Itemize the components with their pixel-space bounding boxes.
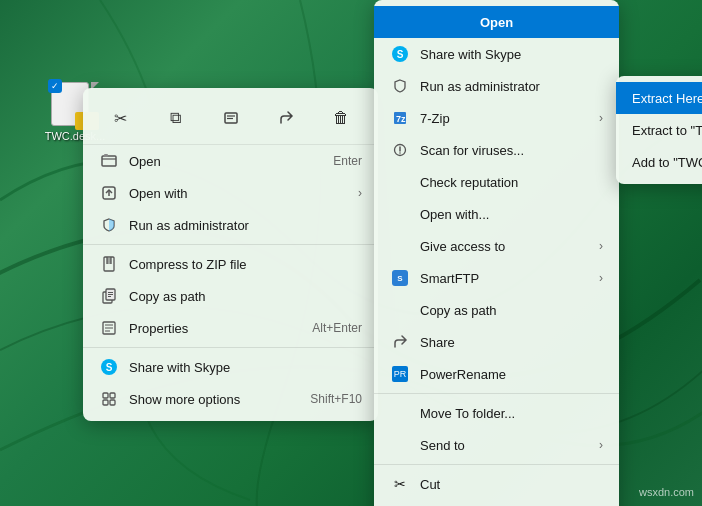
menu-item-add-zip[interactable]: Add to "TWC.zip" bbox=[616, 146, 702, 178]
open-with-label: Open with bbox=[129, 186, 358, 201]
menu-item-give-access[interactable]: Give access to › bbox=[374, 230, 619, 262]
context-menu-main: ✂ ⧉ 🗑 Open Enter bbox=[83, 88, 378, 421]
menu-item-open-with[interactable]: Open with › bbox=[83, 177, 378, 209]
menu-item-ext-share-skype[interactable]: S Share with Skype bbox=[374, 38, 619, 70]
ext-run-admin-label: Run as administrator bbox=[420, 79, 603, 94]
menu-item-ext-share[interactable]: Share bbox=[374, 326, 619, 358]
skype-icon: S bbox=[99, 357, 119, 377]
svg-rect-23 bbox=[110, 393, 115, 398]
quick-cut-button[interactable]: ✂ bbox=[103, 100, 139, 136]
menu-item-more-options[interactable]: Show more options Shift+F10 bbox=[83, 383, 378, 415]
menu-item-ext-copy[interactable]: ⧉ Copy bbox=[374, 500, 619, 506]
svg-rect-4 bbox=[104, 154, 108, 157]
smartftp-label: SmartFTP bbox=[420, 271, 599, 286]
zip-icon bbox=[99, 254, 119, 274]
svg-rect-22 bbox=[103, 393, 108, 398]
ext-cut-label: Cut bbox=[420, 477, 603, 492]
ext-shield-icon bbox=[390, 76, 410, 96]
add-zip-label: Add to "TWC.zip" bbox=[632, 155, 702, 170]
menu-item-ext-copy-path[interactable]: Copy as path bbox=[374, 294, 619, 326]
move-folder-icon bbox=[390, 403, 410, 423]
check-rep-label: Check reputation bbox=[420, 175, 603, 190]
scan-label: Scan for viruses... bbox=[420, 143, 603, 158]
menu-item-move-folder[interactable]: Move To folder... bbox=[374, 397, 619, 429]
give-access-arrow: › bbox=[599, 239, 603, 253]
svg-rect-25 bbox=[110, 400, 115, 405]
menu-item-ext-open-with[interactable]: Open with... bbox=[374, 198, 619, 230]
ext-share-skype-label: Share with Skype bbox=[420, 47, 603, 62]
ext-open-with-icon bbox=[390, 204, 410, 224]
extract-twc-label: Extract to "TWC\" bbox=[632, 123, 702, 138]
menu-item-run-admin[interactable]: Run as administrator bbox=[83, 209, 378, 241]
menu-item-send-to[interactable]: Send to › bbox=[374, 429, 619, 461]
ext-skype-icon: S bbox=[390, 44, 410, 64]
context-menu-7zip: Extract Here Extract to "TWC\" Add to "T… bbox=[616, 76, 702, 184]
ext-open-with-label: Open with... bbox=[420, 207, 603, 222]
ext-separator-2 bbox=[374, 464, 619, 465]
properties-shortcut: Alt+Enter bbox=[312, 321, 362, 335]
send-to-icon bbox=[390, 435, 410, 455]
menu-item-open[interactable]: Open Enter bbox=[83, 145, 378, 177]
menu-item-smartftp[interactable]: S SmartFTP › bbox=[374, 262, 619, 294]
powerrename-icon: PR bbox=[390, 364, 410, 384]
quick-actions-bar: ✂ ⧉ 🗑 bbox=[83, 94, 378, 145]
open-shortcut: Enter bbox=[333, 154, 362, 168]
svg-rect-3 bbox=[102, 156, 116, 166]
give-access-label: Give access to bbox=[420, 239, 599, 254]
send-to-arrow: › bbox=[599, 438, 603, 452]
menu-item-ext-cut[interactable]: ✂ Cut bbox=[374, 468, 619, 500]
more-options-label: Show more options bbox=[129, 392, 300, 407]
svg-rect-24 bbox=[103, 400, 108, 405]
7zip-arrow: › bbox=[599, 111, 603, 125]
smartftp-icon: S bbox=[390, 268, 410, 288]
ext-copy-path-icon bbox=[390, 300, 410, 320]
open-with-arrow: › bbox=[358, 186, 362, 200]
7zip-label: 7-Zip bbox=[420, 111, 599, 126]
ext-share-label: Share bbox=[420, 335, 603, 350]
menu-item-ext-run-admin[interactable]: Run as administrator bbox=[374, 70, 619, 102]
menu-item-extract-here[interactable]: Extract Here bbox=[616, 82, 702, 114]
menu-item-compress[interactable]: Compress to ZIP file bbox=[83, 248, 378, 280]
menu-item-share-skype[interactable]: S Share with Skype bbox=[83, 351, 378, 383]
more-options-icon bbox=[99, 389, 119, 409]
smartftp-arrow: › bbox=[599, 271, 603, 285]
share-skype-label: Share with Skype bbox=[129, 360, 362, 375]
menu-item-7zip[interactable]: 7z 7-Zip › bbox=[374, 102, 619, 134]
separator-2 bbox=[83, 347, 378, 348]
watermark: wsxdn.com bbox=[639, 486, 694, 498]
send-to-label: Send to bbox=[420, 438, 599, 453]
svg-text:7z: 7z bbox=[396, 114, 406, 124]
copy-path-icon bbox=[99, 286, 119, 306]
quick-share-button[interactable] bbox=[268, 100, 304, 136]
quick-copy-button[interactable]: ⧉ bbox=[158, 100, 194, 136]
ext-cut-icon: ✂ bbox=[390, 474, 410, 494]
open-label: Open bbox=[129, 154, 323, 169]
run-admin-label: Run as administrator bbox=[129, 218, 362, 233]
extract-here-label: Extract Here bbox=[632, 91, 702, 106]
properties-icon bbox=[99, 318, 119, 338]
ext-separator-1 bbox=[374, 393, 619, 394]
quick-path-button[interactable] bbox=[213, 100, 249, 136]
move-folder-label: Move To folder... bbox=[420, 406, 603, 421]
svg-point-29 bbox=[399, 152, 401, 154]
check-rep-icon bbox=[390, 172, 410, 192]
open-header-label: Open bbox=[390, 15, 603, 30]
menu-item-scan[interactable]: Scan for viruses... bbox=[374, 134, 619, 166]
open-with-icon bbox=[99, 183, 119, 203]
shield-icon bbox=[99, 215, 119, 235]
menu-item-open-header[interactable]: Open bbox=[374, 6, 619, 38]
scan-icon bbox=[390, 140, 410, 160]
menu-item-powerrename[interactable]: PR PowerRename bbox=[374, 358, 619, 390]
properties-label: Properties bbox=[129, 321, 302, 336]
menu-item-properties[interactable]: Properties Alt+Enter bbox=[83, 312, 378, 344]
context-menu-extended: Open S Share with Skype Run as administr… bbox=[374, 0, 619, 506]
powerrename-label: PowerRename bbox=[420, 367, 603, 382]
open-icon bbox=[99, 151, 119, 171]
copy-path-label: Copy as path bbox=[129, 289, 362, 304]
separator-1 bbox=[83, 244, 378, 245]
ext-share-icon bbox=[390, 332, 410, 352]
menu-item-copy-path[interactable]: Copy as path bbox=[83, 280, 378, 312]
quick-delete-button[interactable]: 🗑 bbox=[323, 100, 359, 136]
menu-item-check-rep[interactable]: Check reputation bbox=[374, 166, 619, 198]
menu-item-extract-twc[interactable]: Extract to "TWC\" bbox=[616, 114, 702, 146]
